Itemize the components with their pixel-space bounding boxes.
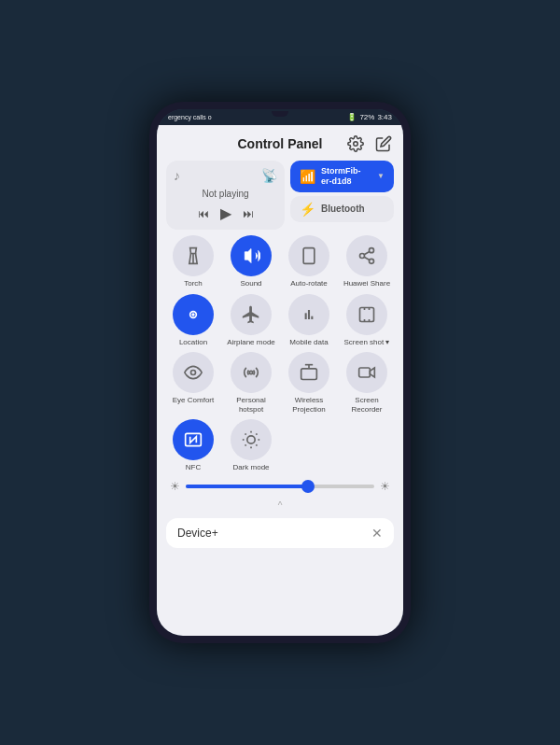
bluetooth-icon: ⚡ xyxy=(300,202,315,217)
toggle-screen-recorder: Screen Recorder xyxy=(340,352,394,414)
play-button[interactable]: ▶ xyxy=(220,204,231,222)
svg-point-10 xyxy=(192,314,194,316)
screenshot-button[interactable] xyxy=(346,294,387,335)
screen-recorder-label: Screen Recorder xyxy=(340,396,394,414)
toggle-autorotate: Auto-rotate xyxy=(282,235,336,288)
huawei-share-button[interactable] xyxy=(346,235,387,276)
top-row: ♪ 📡 Not playing ⏮ ▶ ⏭ 📶 StormFib- er-d1d… xyxy=(166,161,394,230)
toggle-hotspot: Personal hotspot xyxy=(224,352,278,414)
toggle-location: Location xyxy=(166,294,220,347)
swipe-hint: ^ xyxy=(166,500,394,511)
svg-point-0 xyxy=(354,142,358,147)
dark-mode-button[interactable] xyxy=(231,419,272,460)
svg-point-4 xyxy=(370,248,374,253)
toggles-grid-row4: NFC Dark m xyxy=(166,419,394,472)
next-button[interactable]: ⏭ xyxy=(243,207,254,220)
screen-recorder-button[interactable] xyxy=(346,352,387,393)
svg-line-8 xyxy=(364,251,370,254)
media-card: ♪ 📡 Not playing ⏮ ▶ ⏭ xyxy=(166,161,285,230)
brightness-thumb[interactable] xyxy=(301,480,315,493)
airplane-button[interactable] xyxy=(231,294,272,335)
screenshot-label: Screen shot ▾ xyxy=(344,338,390,347)
dark-mode-label: Dark mode xyxy=(232,463,269,472)
torch-button[interactable] xyxy=(173,235,214,276)
control-panel-header: Control Panel xyxy=(166,133,394,155)
bluetooth-tile[interactable]: ⚡ Bluetooth xyxy=(290,196,394,222)
svg-line-7 xyxy=(364,257,370,260)
cast-icon[interactable]: 📡 xyxy=(261,168,277,183)
svg-rect-21 xyxy=(301,369,317,380)
media-controls: ⏮ ▶ ⏭ xyxy=(174,204,277,222)
toggle-dark-mode: Dark mode xyxy=(224,419,278,472)
hotspot-label: Personal hotspot xyxy=(224,396,278,414)
prev-button[interactable]: ⏮ xyxy=(198,207,209,220)
now-playing-text: Not playing xyxy=(174,189,277,199)
battery-level: 72% xyxy=(359,113,374,121)
svg-line-27 xyxy=(245,434,246,435)
status-left: ergency calls o xyxy=(168,114,212,120)
wifi-tile[interactable]: 📶 StormFib- er-d1d8 ▼ xyxy=(290,161,394,192)
wireless-proj-button[interactable] xyxy=(288,352,329,393)
toggle-airplane: Airplane mode xyxy=(224,294,278,347)
svg-point-19 xyxy=(191,371,196,375)
svg-rect-22 xyxy=(359,368,371,377)
svg-line-32 xyxy=(256,434,257,435)
svg-point-24 xyxy=(247,436,255,443)
toggle-eye-comfort: Eye Comfort xyxy=(166,352,220,414)
wifi-chevron-icon: ▼ xyxy=(377,172,385,180)
edit-icon[interactable] xyxy=(373,134,394,154)
toggle-nfc: NFC xyxy=(166,419,220,472)
svg-point-20 xyxy=(249,372,252,374)
svg-rect-2 xyxy=(303,248,315,264)
huawei-share-label: Huawei Share xyxy=(343,279,390,288)
svg-line-28 xyxy=(256,445,257,446)
close-icon[interactable]: ✕ xyxy=(371,526,383,541)
battery-icon: 🔋 xyxy=(347,113,357,121)
wireless-proj-label: Wireless Projection xyxy=(282,396,336,414)
toggles-grid-row3: Eye Comfort Personal hotspot xyxy=(166,352,394,414)
wifi-icon: 📶 xyxy=(300,169,315,184)
sound-label: Sound xyxy=(240,279,261,288)
music-icon: ♪ xyxy=(174,168,180,183)
status-right: 🔋 72% 3:43 xyxy=(347,113,392,121)
brightness-fill xyxy=(186,485,308,488)
phone-screen: ergency calls o 🔋 72% 3:43 Control Panel xyxy=(157,109,403,636)
mobile-data-button[interactable] xyxy=(288,294,329,335)
media-top: ♪ 📡 xyxy=(174,168,277,183)
svg-point-5 xyxy=(360,254,365,259)
clock: 3:43 xyxy=(377,113,392,121)
nfc-button[interactable] xyxy=(173,419,214,460)
brightness-row: ☀ ☀ xyxy=(166,478,394,495)
brightness-track[interactable] xyxy=(186,485,374,488)
device-plus-bar[interactable]: Device+ ✕ xyxy=(166,518,394,548)
bluetooth-label: Bluetooth xyxy=(321,204,365,214)
hotspot-button[interactable] xyxy=(231,352,272,393)
nfc-label: NFC xyxy=(186,463,201,472)
device-plus-label: Device+ xyxy=(177,527,218,540)
control-panel: Control Panel xyxy=(157,125,403,636)
brightness-low-icon: ☀ xyxy=(170,480,180,493)
wifi-bt-card: 📶 StormFib- er-d1d8 ▼ ⚡ Bluetooth xyxy=(290,161,394,230)
toggle-huawei-share: Huawei Share xyxy=(340,235,394,288)
settings-icon[interactable] xyxy=(345,134,366,154)
brightness-high-icon: ☀ xyxy=(380,480,390,493)
eye-comfort-label: Eye Comfort xyxy=(173,396,214,405)
wifi-name: StormFib- er-d1d8 xyxy=(321,166,371,187)
toggle-sound: Sound xyxy=(224,235,278,288)
svg-rect-14 xyxy=(360,307,374,321)
location-button[interactable] xyxy=(173,294,214,335)
autorotate-label: Auto-rotate xyxy=(290,279,328,288)
airplane-label: Airplane mode xyxy=(227,338,275,347)
sound-button[interactable] xyxy=(231,235,272,276)
toggles-grid-row1: Torch Sound xyxy=(166,235,394,288)
eye-comfort-button[interactable] xyxy=(173,352,214,393)
torch-label: Torch xyxy=(184,279,203,288)
toggle-wireless-proj: Wireless Projection xyxy=(282,352,336,414)
phone-frame: ergency calls o 🔋 72% 3:43 Control Panel xyxy=(149,102,411,643)
svg-point-6 xyxy=(370,259,374,263)
svg-line-31 xyxy=(245,445,246,446)
toggles-grid-row2: Location Airplane mode xyxy=(166,294,394,347)
mobile-data-label: Mobile data xyxy=(289,338,328,347)
autorotate-button[interactable] xyxy=(288,235,329,276)
toggle-mobile-data: Mobile data xyxy=(282,294,336,347)
